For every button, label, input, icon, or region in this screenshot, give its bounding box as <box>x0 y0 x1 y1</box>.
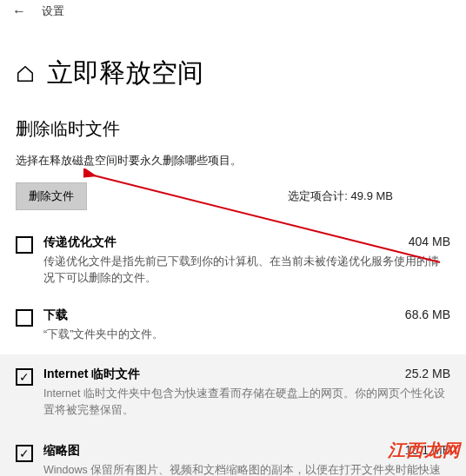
selected-total-label: 选定项合计: 49.9 MB <box>288 188 393 204</box>
item-size: 25.2 MB <box>405 367 450 380</box>
checkbox[interactable] <box>16 368 33 386</box>
item-title: 传递优化文件 <box>43 235 116 250</box>
item-desc: Windows 保留所有图片、视频和文档缩略图的副本，以便在打开文件夹时能快速显… <box>43 462 450 476</box>
list-item[interactable]: 传递优化文件 404 MB 传递优化文件是指先前已下载到你的计算机、在当前未被传… <box>16 226 450 299</box>
section-subtitle: 选择在释放磁盘空间时要永久删除哪些项目。 <box>16 153 450 169</box>
home-icon[interactable] <box>16 64 35 83</box>
list-item[interactable]: 下载 68.6 MB “下载”文件夹中的文件。 <box>16 299 450 355</box>
page-title: 立即释放空间 <box>47 56 203 91</box>
back-icon[interactable]: ← <box>12 3 26 19</box>
delete-files-button[interactable]: 删除文件 <box>16 182 87 210</box>
checkbox[interactable] <box>16 445 33 462</box>
checkbox[interactable] <box>16 236 33 254</box>
item-desc: 传递优化文件是指先前已下载到你的计算机、在当前未被传递优化服务使用的情况下可以删… <box>43 254 450 287</box>
watermark: 江西龙网 <box>388 439 461 462</box>
item-size: 68.6 MB <box>405 307 450 321</box>
settings-label: 设置 <box>42 3 64 19</box>
section-title: 删除临时文件 <box>16 117 450 141</box>
list-item[interactable]: Internet 临时文件 25.2 MB Internet 临时文件夹中包含为… <box>0 354 466 431</box>
item-desc: Internet 临时文件夹中包含为快速查看而存储在硬盘上的网页。你的网页个性化… <box>43 386 450 419</box>
item-title: 缩略图 <box>43 443 80 459</box>
item-title: Internet 临时文件 <box>43 367 140 382</box>
item-title: 下载 <box>43 307 68 323</box>
item-desc: “下载”文件夹中的文件。 <box>43 327 450 343</box>
item-size: 404 MB <box>409 235 450 248</box>
checkbox[interactable] <box>16 309 33 327</box>
